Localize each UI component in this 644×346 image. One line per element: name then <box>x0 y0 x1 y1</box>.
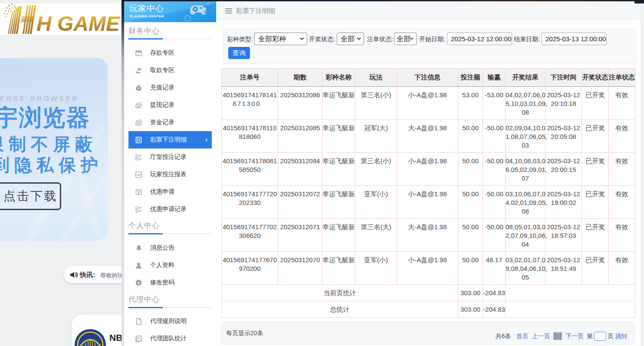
svg-text:$: $ <box>138 122 139 125</box>
svg-text:¥: ¥ <box>138 86 140 90</box>
svg-text:H GAME: H GAME <box>36 12 121 35</box>
